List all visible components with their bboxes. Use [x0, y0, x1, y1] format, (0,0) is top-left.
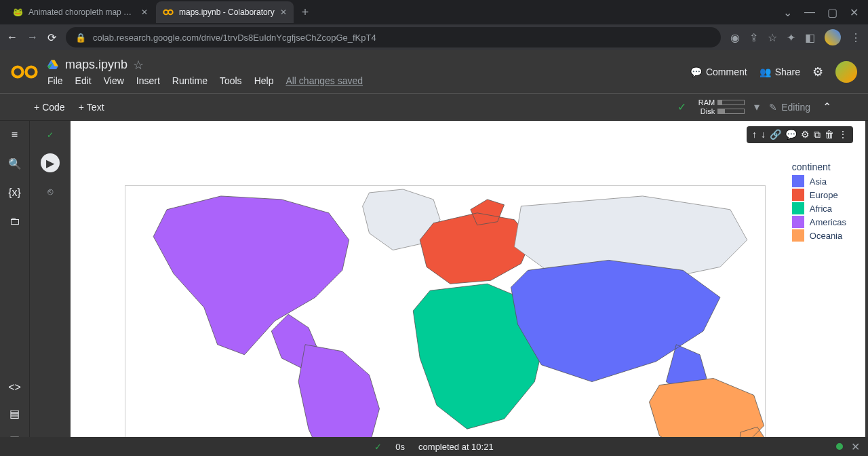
add-comment-icon[interactable]: 💬: [785, 129, 797, 140]
legend-item-oceania[interactable]: Oceania: [792, 229, 846, 242]
connected-check-icon: ✓: [677, 100, 686, 113]
menu-bar: File Edit View Insert Runtime Tools Help…: [47, 75, 363, 86]
left-sidebar: ≡ 🔍 {x} 🗀 <> ▤ ▣: [0, 121, 30, 456]
editing-label: Editing: [781, 102, 810, 113]
menu-tools[interactable]: Tools: [220, 75, 242, 86]
save-status[interactable]: All changes saved: [285, 75, 363, 86]
back-button[interactable]: ←: [7, 31, 18, 43]
tab-title: maps.ipynb - Colaboratory: [179, 7, 275, 17]
colab-header: maps.ipynb ☆ File Edit View Insert Runti…: [0, 50, 868, 94]
colab-favicon-icon: [163, 7, 174, 18]
legend-label: Oceania: [810, 231, 842, 241]
menu-insert[interactable]: Insert: [136, 75, 160, 86]
document-title[interactable]: maps.ipynb: [65, 58, 127, 72]
gear-icon[interactable]: ⚙: [812, 64, 823, 79]
legend-item-americas[interactable]: Americas: [792, 216, 846, 228]
share-button[interactable]: 👥 Share: [760, 66, 800, 77]
minimize-icon[interactable]: —: [804, 6, 815, 19]
legend-label: Asia: [810, 176, 827, 187]
window-controls: ⌄ — ▢ ✕: [783, 6, 868, 19]
legend-label: Europe: [810, 190, 838, 200]
comment-icon: 💬: [690, 66, 702, 77]
legend-item-africa[interactable]: Africa: [792, 202, 846, 214]
cell-settings-icon[interactable]: ⚙: [801, 129, 810, 140]
collapse-icon[interactable]: ⌃: [820, 98, 834, 116]
svg-point-3: [26, 66, 37, 77]
new-tab-button[interactable]: +: [295, 5, 316, 20]
cell-gutter: ✓ ▶ ⎋: [30, 121, 71, 456]
exec-time: 0s: [395, 442, 405, 452]
close-icon[interactable]: ✕: [280, 7, 287, 17]
menu-edit[interactable]: Edit: [75, 75, 92, 86]
kernel-status-icon[interactable]: [836, 443, 843, 450]
menu-runtime[interactable]: Runtime: [172, 75, 208, 86]
command-palette-icon[interactable]: ▤: [9, 407, 20, 420]
share-people-icon: 👥: [760, 66, 771, 77]
menu-help[interactable]: Help: [254, 75, 274, 86]
svg-point-2: [13, 66, 23, 77]
drive-icon: [47, 59, 60, 71]
legend-item-asia[interactable]: Asia: [792, 175, 846, 187]
clear-output-icon[interactable]: ⎋: [47, 186, 53, 197]
status-close-icon[interactable]: ✕: [851, 440, 860, 453]
choropleth-map[interactable]: [125, 185, 766, 453]
share-label: Share: [775, 66, 800, 77]
star-icon[interactable]: ☆: [133, 58, 144, 73]
share-icon[interactable]: ⇪: [749, 31, 758, 44]
files-icon[interactable]: 🗀: [9, 215, 20, 227]
close-icon[interactable]: ✕: [141, 7, 148, 17]
search-icon[interactable]: 🔍: [8, 157, 22, 170]
add-text-button[interactable]: +Text: [79, 102, 104, 113]
chart-legend: continent Asia Europe Africa Americas Oc…: [792, 162, 846, 243]
move-down-icon[interactable]: ↓: [761, 129, 766, 140]
status-bar: ✓ 0s completed at 10:21 ✕: [0, 437, 868, 456]
colab-logo-icon[interactable]: [11, 63, 38, 81]
browser-tab-active[interactable]: maps.ipynb - Colaboratory ✕: [156, 1, 294, 23]
forward-button[interactable]: →: [27, 31, 38, 43]
resource-meter[interactable]: RAM Disk: [698, 98, 745, 115]
legend-title: continent: [792, 162, 846, 172]
extensions-icon[interactable]: ✦: [787, 31, 795, 44]
chevron-down-icon[interactable]: ⌄: [783, 6, 792, 19]
toc-icon[interactable]: ≡: [12, 129, 18, 141]
google-lens-icon[interactable]: ◉: [730, 31, 740, 44]
tab-title: Animated choropleth map with d: [28, 7, 136, 17]
more-icon[interactable]: ⋮: [838, 129, 848, 140]
bookmark-icon[interactable]: ☆: [768, 31, 777, 44]
close-window-icon[interactable]: ✕: [850, 6, 859, 19]
code-label: Code: [42, 102, 64, 113]
comment-label: Comment: [706, 66, 747, 77]
url-bar: ← → ⟳ 🔒 colab.research.google.com/drive/…: [0, 24, 868, 50]
mirror-icon[interactable]: ⧉: [814, 129, 821, 140]
reload-button[interactable]: ⟳: [47, 31, 56, 44]
text-label: Text: [87, 102, 104, 113]
comment-button[interactable]: 💬 Comment: [690, 66, 747, 77]
sidepanel-icon[interactable]: ◧: [805, 31, 815, 44]
profile-avatar[interactable]: [825, 29, 841, 45]
editing-mode-button[interactable]: ✎ Editing: [769, 102, 810, 113]
move-up-icon[interactable]: ↑: [752, 129, 757, 140]
disk-label: Disk: [701, 107, 715, 115]
delete-icon[interactable]: 🗑: [825, 129, 834, 140]
lock-icon: 🔒: [75, 33, 86, 43]
browser-tab[interactable]: 🐸 Animated choropleth map with d ✕: [5, 1, 155, 23]
menu-file[interactable]: File: [47, 75, 63, 86]
browser-tab-strip: 🐸 Animated choropleth map with d ✕ maps.…: [0, 0, 868, 24]
run-cell-button[interactable]: ▶: [41, 153, 60, 172]
link-icon[interactable]: 🔗: [770, 129, 781, 140]
maximize-icon[interactable]: ▢: [827, 6, 837, 19]
legend-label: Americas: [810, 217, 846, 227]
menu-view[interactable]: View: [104, 75, 124, 86]
notebook-toolbar: +Code +Text ✓ RAM Disk ▾ ✎ Editing ⌃: [0, 94, 868, 121]
resource-dropdown-icon[interactable]: ▾: [754, 100, 760, 113]
code-snippets-icon[interactable]: <>: [8, 381, 21, 394]
menu-icon[interactable]: ⋮: [850, 31, 861, 44]
account-avatar[interactable]: [835, 61, 857, 83]
add-code-button[interactable]: +Code: [34, 102, 65, 113]
legend-item-europe[interactable]: Europe: [792, 189, 846, 201]
variables-icon[interactable]: {x}: [8, 187, 21, 199]
cell-status-check-icon: ✓: [47, 130, 54, 140]
legend-label: Africa: [810, 204, 832, 214]
url-input[interactable]: 🔒 colab.research.google.com/drive/1trvDs…: [66, 27, 721, 48]
svg-point-1: [168, 10, 173, 15]
